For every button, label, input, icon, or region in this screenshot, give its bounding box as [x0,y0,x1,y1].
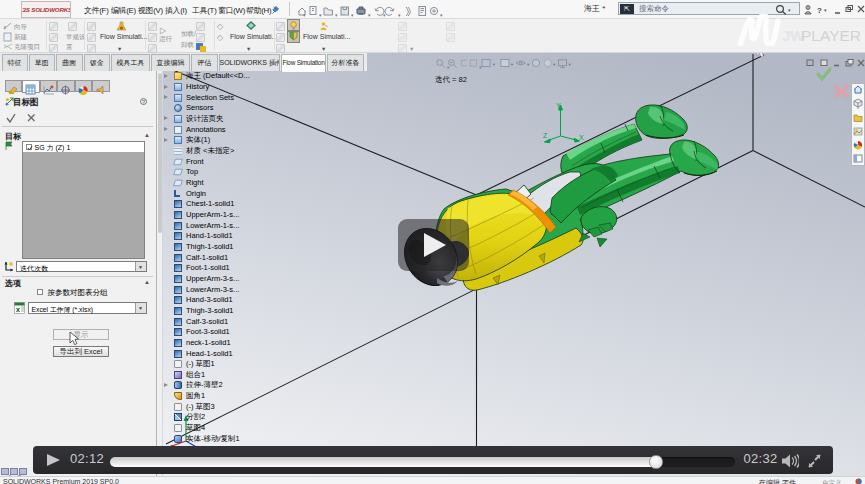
svg-text:▾: ▾ [398,12,401,18]
svg-text:▾: ▾ [335,12,338,18]
svg-text:▾: ▾ [303,12,306,18]
svg-text:▾: ▾ [319,12,322,18]
svg-text:PLAYER: PLAYER [801,27,861,44]
svg-text:▾: ▾ [351,12,354,18]
svg-text:Z: Z [543,132,548,139]
svg-text:▾: ▾ [440,12,443,18]
svg-text:Y: Y [556,102,561,109]
svg-text:迭代 = 82: 迭代 = 82 [435,75,467,84]
svg-text:▾: ▾ [824,7,827,13]
svg-text:▾: ▾ [788,7,791,13]
svg-text:▾: ▾ [368,12,371,18]
svg-text:X: X [579,134,584,141]
